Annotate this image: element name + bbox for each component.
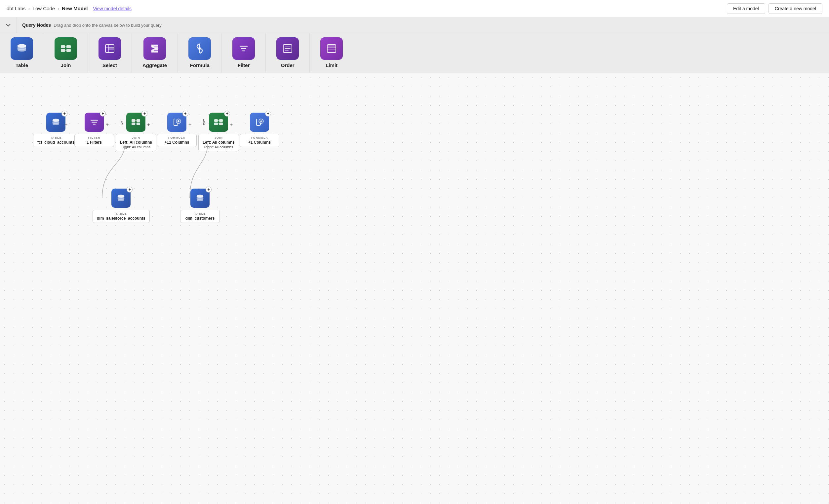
select-palette-icon <box>99 37 121 60</box>
toolbar-label-area: Query Nodes Drag and drop onto the canva… <box>17 20 167 30</box>
n1-plus-badge[interactable]: + <box>62 111 67 117</box>
palette-item-filter[interactable]: Filter <box>222 33 266 73</box>
canvas[interactable]: + TABLE fct_cloud_accounts + + FILTER 1 … <box>0 73 829 504</box>
palette-item-limit[interactable]: Limit <box>310 33 353 73</box>
svg-rect-5 <box>66 49 71 52</box>
n8-plus-badge[interactable]: + <box>206 187 212 193</box>
view-model-details-link[interactable]: View model details <box>93 6 131 11</box>
palette-label-table: Table <box>15 63 28 68</box>
plus-n1-n2: + <box>65 122 67 128</box>
palette-item-order[interactable]: Order <box>266 33 310 73</box>
n5-type: JOIN <box>203 136 235 140</box>
n7-plus-badge[interactable]: + <box>127 187 133 193</box>
flow-node-n7[interactable]: + TABLE dim_salesforce_accounts <box>93 189 150 223</box>
flow-node-n8[interactable]: + TABLE dim_customers <box>180 189 220 223</box>
svg-rect-29 <box>132 119 135 122</box>
palette-item-select[interactable]: Select <box>88 33 132 73</box>
toolbar-toggle-button[interactable] <box>0 17 17 33</box>
n5-join-icon <box>214 117 223 127</box>
create-new-model-button[interactable]: Create a new model <box>768 3 822 14</box>
n8-label: TABLE dim_customers <box>180 210 220 223</box>
n3-join-icon <box>131 117 141 127</box>
toolbar-hint: Drag and drop onto the canvas below to b… <box>53 23 161 28</box>
n4-icon: + <box>167 113 186 132</box>
n7-table-icon <box>116 193 126 203</box>
svg-rect-38 <box>214 119 218 122</box>
svg-rect-11 <box>108 47 114 50</box>
n4-plus-badge[interactable]: + <box>182 111 188 117</box>
n3-lr: LR <box>120 119 122 126</box>
n6-type: FORMULA <box>244 136 275 140</box>
n8-table-icon <box>195 193 205 203</box>
palette-label-aggregate: Aggregate <box>142 63 167 68</box>
svg-rect-32 <box>137 122 140 125</box>
n6-formula-icon <box>254 117 264 127</box>
n2-filter-icon <box>89 117 99 127</box>
n6-plus-badge[interactable]: + <box>265 111 271 117</box>
flow-node-n4[interactable]: + FORMULA +11 Columns <box>157 113 197 147</box>
plus-n2-n3: + <box>106 122 109 128</box>
flow-node-n3[interactable]: LR + JOIN Left: All columns Right: All c… <box>116 113 156 151</box>
flow-node-n1[interactable]: + TABLE fct_cloud_accounts <box>33 113 79 147</box>
n4-value: +11 Columns <box>161 140 192 145</box>
node-palette: Table Join Select <box>0 33 829 73</box>
palette-item-aggregate[interactable]: Aggregate <box>132 33 178 73</box>
chevron-down-icon <box>5 22 11 28</box>
n2-plus-badge[interactable]: + <box>100 111 106 117</box>
order-palette-icon <box>276 37 299 60</box>
sep2: › <box>58 6 59 11</box>
nav-low-code: Low Code <box>33 6 55 11</box>
n5-plus-badge[interactable]: + <box>224 111 230 117</box>
n3-type: JOIN <box>120 136 152 140</box>
n1-table-icon <box>51 117 61 127</box>
query-toolbar: Query Nodes Drag and drop onto the canva… <box>0 17 829 33</box>
n8-icon: + <box>190 189 210 208</box>
palette-item-formula[interactable]: Formula <box>178 33 222 73</box>
n3-icon: LR + <box>126 113 145 132</box>
n7-icon: + <box>111 189 131 208</box>
n4-label: FORMULA +11 Columns <box>157 134 197 147</box>
plus-n5-n6: + <box>230 122 233 128</box>
svg-rect-40 <box>214 122 218 125</box>
flow-node-n6[interactable]: + FORMULA +1 Columns <box>240 113 279 147</box>
n3-label: JOIN Left: All columns Right: All column… <box>116 134 156 151</box>
n6-icon: + <box>250 113 269 132</box>
n3-plus-badge[interactable]: + <box>141 111 147 117</box>
n2-icon: + <box>85 113 104 132</box>
breadcrumb: dbt Labs › Low Code › New Model View mod… <box>7 6 132 11</box>
flow-node-n5[interactable]: LR + JOIN Left: All columns Right: All c… <box>198 113 239 151</box>
plus-n4-n5: + <box>188 122 191 128</box>
palette-item-join[interactable]: Join <box>44 33 88 73</box>
n5-icon: LR + <box>209 113 228 132</box>
n7-type: TABLE <box>97 212 145 215</box>
filter-icon <box>238 43 250 54</box>
n1-icon: + <box>46 113 66 132</box>
n1-value: fct_cloud_accounts <box>37 140 75 145</box>
palette-label-join: Join <box>61 63 71 68</box>
n3-label1: Left: All columns <box>120 140 152 145</box>
n8-type: TABLE <box>184 212 216 215</box>
n7-label: TABLE dim_salesforce_accounts <box>93 210 150 223</box>
n8-value: dim_customers <box>184 216 216 221</box>
edit-model-button[interactable]: Edit a model <box>727 3 765 14</box>
n1-type: TABLE <box>37 136 75 140</box>
filter-palette-icon <box>232 37 255 60</box>
top-bar: dbt Labs › Low Code › New Model View mod… <box>0 0 829 17</box>
aggregate-icon <box>149 43 160 54</box>
join-palette-icon <box>55 37 77 60</box>
table-palette-icon <box>10 37 33 60</box>
top-bar-actions: Edit a model Create a new model <box>727 3 822 14</box>
palette-label-filter: Filter <box>238 63 250 68</box>
n5-label2: Right: All columns <box>203 145 235 149</box>
svg-rect-3 <box>66 45 71 48</box>
brand: dbt Labs <box>7 6 26 11</box>
table-icon <box>16 43 28 54</box>
n2-type: FILTER <box>79 136 110 140</box>
limit-icon <box>326 43 337 54</box>
svg-rect-39 <box>219 119 223 122</box>
svg-rect-30 <box>137 119 140 122</box>
palette-label-formula: Formula <box>190 63 210 68</box>
flow-node-n2[interactable]: + FILTER 1 Filters <box>74 113 114 147</box>
n4-type: FORMULA <box>161 136 192 140</box>
palette-item-table[interactable]: Table <box>0 33 44 73</box>
